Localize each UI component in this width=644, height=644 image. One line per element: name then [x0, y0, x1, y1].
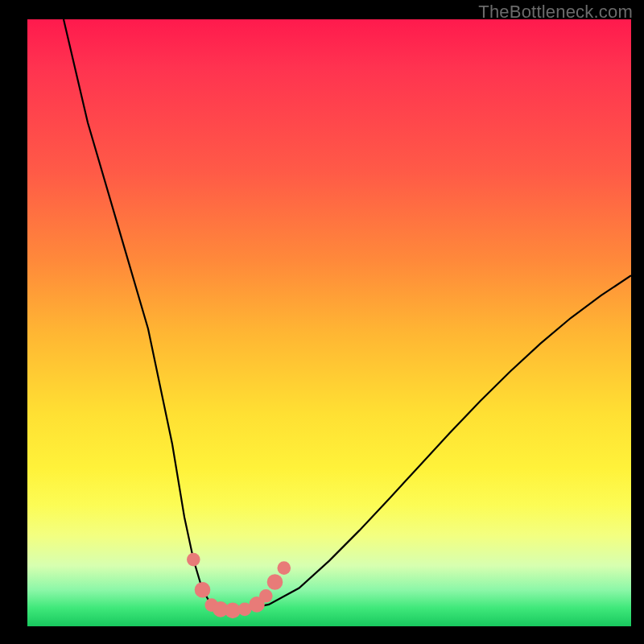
marker-dot [259, 589, 273, 603]
marker-dot [187, 553, 200, 567]
marker-dot [267, 574, 283, 590]
chart-frame: TheBottleneck.com [0, 0, 644, 644]
marker-dot [278, 561, 291, 575]
marker-dot [195, 582, 211, 598]
bottleneck-curve [27, 19, 631, 626]
curve-line [64, 19, 631, 610]
plot-area [27, 19, 631, 626]
watermark-text: TheBottleneck.com [478, 2, 633, 23]
curve-markers [187, 553, 291, 618]
